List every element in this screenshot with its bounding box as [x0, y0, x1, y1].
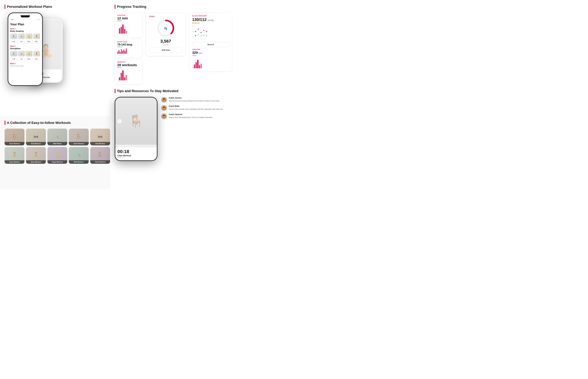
- bp-label: BLOOD PRESSURE: [192, 15, 229, 17]
- coach-jackson-tip: Keep a slow and steady pace. Focus on qu…: [169, 116, 213, 119]
- workout-card-easy-2[interactable]: 🧘 Easy Workout: [26, 147, 46, 164]
- tips-section: Tips and Resources To Stay Motivated 🪑 ‹…: [115, 89, 289, 161]
- heart-rate-card: HEART RATE 79-143 bmp Normal 0 6 12: [115, 39, 142, 58]
- week1-counts: x 10 x 6 20 s 20 s: [10, 40, 40, 43]
- workout-card-wall[interactable]: 🤸 Wall Workout: [69, 147, 89, 164]
- duration-label: DURATION: [117, 15, 140, 16]
- title-bar-4: [115, 89, 115, 93]
- workout-card-label: Bed Workout: [26, 142, 46, 145]
- duration-chart-days: S M T W T F S: [117, 34, 140, 36]
- coach-tip-jackson: 👩 Coach Jackson Keep a slow and steady p…: [161, 113, 289, 119]
- workout-card-label: Easy Workout: [5, 160, 24, 164]
- workout-card-label: Bed Workout: [90, 142, 110, 145]
- workout-card-label: Easy Workout: [26, 160, 46, 164]
- workout-card-label: Wall Pilates: [47, 142, 67, 145]
- workout-card-label: Wall Workout: [69, 160, 89, 164]
- workout-card-bed-2[interactable]: 🛏 Bed Workout: [90, 129, 110, 145]
- collection-title: A Collection of Easy-to-follow Workouts: [5, 121, 110, 125]
- calorie-chart: [192, 58, 229, 68]
- collection-section: A Collection of Easy-to-follow Workouts …: [0, 116, 110, 190]
- coach-phone: 🪑 ‹ 00:18 Chair Workout STEP 2/11: [115, 97, 158, 161]
- right-panel: Progress Tracking DURATION 12 min /Week: [110, 0, 294, 190]
- left-panel: Personalized Workout Plans 🧘 00:26 Incli…: [0, 0, 110, 190]
- workout-card: WORKOUT 28 workouts /Week S M T W: [115, 59, 142, 84]
- coach-tips: 👩 Coach Jessica Stay focused and keep pu…: [161, 97, 289, 161]
- week1-name: Body Awaking: [10, 30, 40, 32]
- week2-name: Strengthen: [10, 47, 40, 50]
- coach-timer: 00:18: [117, 149, 155, 154]
- duration-chart: [117, 23, 140, 34]
- title-bar-2: [5, 121, 5, 125]
- workout-card-easy-1[interactable]: 🧘 Easy Workout: [5, 147, 24, 164]
- workout-card-label: Chair Workout: [5, 142, 24, 145]
- stats-cards: DURATION 12 min /Week S M: [115, 13, 142, 84]
- duration-sub: /Week: [117, 20, 140, 22]
- coach-step: STEP 2/11: [117, 157, 155, 158]
- workout-card-label: Kegel Workout: [47, 160, 67, 164]
- calorie-sub: /Week: [192, 55, 229, 56]
- calorie-value: 329 kcal: [192, 51, 229, 55]
- coach-person-icon: 🪑: [129, 114, 144, 128]
- coach-image-area: 🪑 ‹: [115, 97, 157, 145]
- bp-panel: BLOOD PRESSURE 130/112 mmHg Moderate 120…: [189, 13, 232, 71]
- week2-label: Week 2: [10, 45, 40, 47]
- workout-card-bed-1[interactable]: 🛏 Bed Workout: [26, 129, 46, 145]
- workout-card-label: Chair Workout: [69, 142, 89, 145]
- coach-tip-bella: 👩 Coach Bella Focus on the muscle you're…: [161, 105, 289, 111]
- coach-bella-avatar: 👩: [161, 105, 167, 111]
- coach-tip-jessica: 👩 Coach Jessica Stay focused and keep pu…: [161, 97, 289, 103]
- duration-card: DURATION 12 min /Week S M: [115, 13, 142, 38]
- heart-rate-chart: [117, 48, 140, 54]
- workout-card-label: Chair Workout: [90, 160, 110, 164]
- heart-chart-days: 0 6 12 18: [117, 54, 140, 56]
- week1-thumbs: 🏃 🤸 💪 🧘: [10, 33, 40, 39]
- personalized-title: Personalized Workout Plans: [5, 5, 105, 9]
- edit-goal-button[interactable]: Edit Goal: [149, 47, 182, 53]
- week2-counts: x 10 x 6 20 s 20 s: [10, 57, 40, 61]
- phone-notch: [21, 15, 30, 17]
- workout-row-1: 🪑 Chair Workout 🛏 Bed Workout 🤸 Wall Pil…: [5, 129, 110, 145]
- steps-label: STEPS: [149, 16, 182, 17]
- workout-card-chair-3[interactable]: 🪑 Chair Workout: [90, 147, 110, 164]
- progress-title: Progress Tracking: [115, 5, 289, 9]
- tips-title: Tips and Resources To Stay Motivated: [115, 89, 289, 93]
- coach-nav-button[interactable]: ‹: [117, 119, 122, 123]
- coach-workout-name: Chair Workout: [117, 155, 155, 157]
- heart-rate-label: HEART RATE: [117, 41, 140, 43]
- workout-value: 28 workouts: [117, 63, 140, 67]
- heart-rate-status: Normal: [117, 46, 140, 48]
- progress-section: DURATION 12 min /Week S M: [115, 13, 289, 84]
- title-bar-3: [115, 5, 115, 9]
- bp-chart: 120 100 80: [192, 25, 229, 41]
- steps-total: /5,760: [149, 44, 182, 46]
- bp-status: Moderate: [192, 22, 229, 24]
- heart-rate-value: 79-143 bmp: [117, 43, 140, 46]
- workout-row-2: 🧘 Easy Workout 🧘 Easy Workout 💪 Kegel Wo…: [5, 147, 110, 164]
- week3-label: Week 3: [10, 63, 40, 64]
- steps-value: 3,567: [149, 39, 182, 44]
- coach-jessica-tip: Stay focused and keep pushing but rememb…: [169, 100, 220, 102]
- week3-name: Rock hard abs: [10, 65, 40, 67]
- coach-jessica-avatar: 👩: [161, 97, 167, 103]
- week2-thumbs: 🏃 🤸 💪 🧘: [10, 51, 40, 56]
- steps-card: STEPS 👣 3,567 /5,760 Edit Goal: [146, 13, 186, 56]
- week1-label: Week 1: [10, 28, 40, 30]
- workout-chart-days: S M T W T F S: [117, 81, 140, 82]
- workout-card-chair-2[interactable]: 🪑 Chair Workout: [69, 129, 89, 145]
- coach-jessica-name: Coach Jessica: [169, 97, 220, 99]
- workout-card-chair-1[interactable]: 🪑 Chair Workout: [5, 129, 24, 145]
- steps-ring: 👣: [157, 19, 175, 37]
- workout-card-kegel[interactable]: 💪 Kegel Workout: [47, 147, 67, 164]
- phones-container: 🧘 00:26 Incline Push Shoulder STEP 2/11 …: [5, 13, 105, 92]
- workout-card-wall-pilates[interactable]: 🤸 Wall Pilates: [47, 129, 67, 145]
- coach-bella-name: Coach Bella: [169, 105, 223, 107]
- coach-jackson-avatar: 👩: [161, 113, 167, 119]
- your-plan-title: Your Plan: [10, 23, 40, 26]
- personalized-section: Personalized Workout Plans 🧘 00:26 Incli…: [0, 0, 110, 92]
- coach-jackson-name: Coach Jackson: [169, 113, 213, 115]
- record-button[interactable]: Record: [192, 42, 229, 47]
- phone-status: 9:41 ▪ ▪ ▪: [10, 19, 40, 20]
- workout-sub: /Week: [117, 67, 140, 68]
- coach-bella-tip: Focus on the muscle you're activating, f…: [169, 108, 223, 111]
- phone-front: 9:41 ▪ ▪ ▪ Your Plan Week 1 Body Awaking…: [8, 13, 43, 86]
